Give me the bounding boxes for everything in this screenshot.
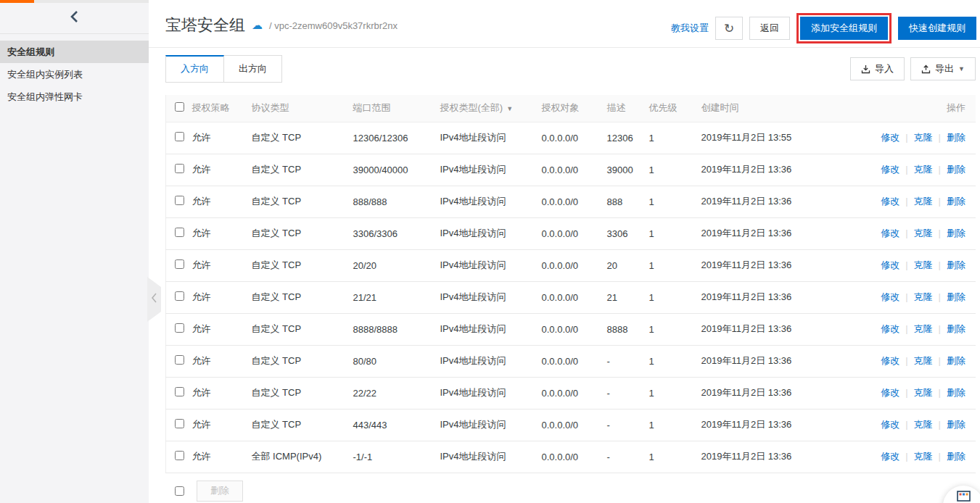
action-delete-link[interactable]: 删除 xyxy=(947,291,965,302)
action-separator: | xyxy=(939,451,941,462)
action-clone-link[interactable]: 克隆 xyxy=(914,291,933,302)
add-rule-button[interactable]: 添加安全组规则 xyxy=(800,17,888,40)
action-delete-link[interactable]: 删除 xyxy=(947,132,965,143)
action-modify-link[interactable]: 修改 xyxy=(881,291,899,302)
action-delete-link[interactable]: 删除 xyxy=(947,259,965,270)
table-row: 允许自定义 TCP22/22IPv4地址段访问0.0.0.0/0-12019年1… xyxy=(166,377,976,409)
table-row: 允许自定义 TCP80/80IPv4地址段访问0.0.0.0/0-12019年1… xyxy=(166,345,976,377)
cell-auth_object: 0.0.0.0/0 xyxy=(542,249,607,281)
refresh-icon: ↻ xyxy=(724,22,734,35)
action-clone-link[interactable]: 克隆 xyxy=(914,387,933,398)
action-delete-link[interactable]: 删除 xyxy=(947,387,965,398)
sidebar-item[interactable]: 安全组内弹性网卡 xyxy=(0,86,149,108)
cell-port_range: -1/-1 xyxy=(353,441,440,473)
action-clone-link[interactable]: 克隆 xyxy=(914,355,933,366)
rules-table-body: 允许自定义 TCP12306/12306IPv4地址段访问0.0.0.0/012… xyxy=(166,122,976,473)
cloud-icon: ☁ xyxy=(252,19,263,32)
import-button[interactable]: 导入 xyxy=(850,57,905,80)
select-all-checkbox[interactable] xyxy=(175,102,184,112)
row-checkbox[interactable] xyxy=(175,355,184,365)
action-clone-link[interactable]: 克隆 xyxy=(914,259,933,270)
sidebar-item[interactable]: 安全组规则 xyxy=(0,41,149,63)
action-modify-link[interactable]: 修改 xyxy=(881,132,899,143)
cell-priority: 1 xyxy=(649,122,701,154)
action-clone-link[interactable]: 克隆 xyxy=(914,164,933,175)
action-modify-link[interactable]: 修改 xyxy=(881,355,899,366)
sidebar-item[interactable]: 安全组内实例列表 xyxy=(0,63,149,86)
back-button[interactable]: 返回 xyxy=(749,17,790,40)
action-modify-link[interactable]: 修改 xyxy=(881,419,899,430)
action-separator: | xyxy=(939,387,941,398)
action-delete-link[interactable]: 删除 xyxy=(947,355,965,366)
cell-protocol: 自定义 TCP xyxy=(252,313,353,345)
action-clone-link[interactable]: 克隆 xyxy=(914,228,933,238)
cell-description: - xyxy=(607,441,649,473)
header-description: 描述 xyxy=(607,95,649,122)
tab-outbound[interactable]: 出方向 xyxy=(224,55,282,83)
action-delete-link[interactable]: 删除 xyxy=(947,196,965,207)
table-footer: 删除 xyxy=(165,481,976,502)
row-checkbox[interactable] xyxy=(175,228,184,237)
batch-delete-button[interactable]: 删除 xyxy=(197,481,243,502)
action-clone-link[interactable]: 克隆 xyxy=(914,323,933,334)
help-link[interactable]: 教我设置 xyxy=(671,22,709,35)
table-row: 允许自定义 TCP12306/12306IPv4地址段访问0.0.0.0/012… xyxy=(166,122,976,154)
action-clone-link[interactable]: 克隆 xyxy=(914,196,933,207)
export-button[interactable]: 导出 ▼ xyxy=(910,57,976,80)
action-separator: | xyxy=(939,164,941,175)
row-checkbox[interactable] xyxy=(175,323,184,333)
row-checkbox[interactable] xyxy=(175,196,184,205)
import-export-toolbar: 导入 导出 ▼ xyxy=(844,57,976,80)
refresh-button[interactable]: ↻ xyxy=(715,17,743,40)
cell-protocol: 自定义 TCP xyxy=(252,186,353,217)
action-modify-link[interactable]: 修改 xyxy=(881,228,899,238)
row-checkbox[interactable] xyxy=(175,451,184,460)
cell-port_range: 443/443 xyxy=(353,409,440,441)
cell-protocol: 自定义 TCP xyxy=(252,281,353,313)
cell-description: - xyxy=(607,377,649,409)
highlight-annotation: 添加安全组规则 xyxy=(796,13,892,43)
quick-create-button[interactable]: 快速创建规则 xyxy=(898,17,976,40)
cell-created: 2019年11月2日 13:36 xyxy=(701,409,876,441)
action-clone-link[interactable]: 克隆 xyxy=(914,419,933,430)
sidebar-collapse-button[interactable] xyxy=(0,3,149,34)
cell-priority: 1 xyxy=(649,186,701,217)
cell-protocol: 自定义 TCP xyxy=(252,217,353,249)
filter-caret-icon[interactable]: ▼ xyxy=(506,105,513,112)
footer-select-all-checkbox[interactable] xyxy=(175,486,184,496)
action-modify-link[interactable]: 修改 xyxy=(881,259,899,270)
action-modify-link[interactable]: 修改 xyxy=(881,164,899,175)
action-clone-link[interactable]: 克隆 xyxy=(914,451,933,462)
action-modify-link[interactable]: 修改 xyxy=(881,451,899,462)
row-checkbox[interactable] xyxy=(175,164,184,173)
cell-priority: 1 xyxy=(649,345,701,377)
cell-policy: 允许 xyxy=(192,122,252,154)
cell-description: 39000 xyxy=(607,154,649,186)
top-gray-strip xyxy=(34,0,149,3)
header-auth-type-filter[interactable]: 授权类型(全部)▼ xyxy=(440,95,542,122)
tab-inbound[interactable]: 入方向 xyxy=(165,55,224,83)
row-checkbox[interactable] xyxy=(175,387,184,396)
action-separator: | xyxy=(905,355,907,366)
action-modify-link[interactable]: 修改 xyxy=(881,323,899,334)
table-row: 允许自定义 TCP3306/3306IPv4地址段访问0.0.0.0/03306… xyxy=(166,217,976,249)
action-clone-link[interactable]: 克隆 xyxy=(914,132,933,143)
action-separator: | xyxy=(905,387,907,398)
row-checkbox[interactable] xyxy=(175,291,184,301)
action-delete-link[interactable]: 删除 xyxy=(947,164,965,175)
action-delete-link[interactable]: 删除 xyxy=(947,451,965,462)
action-delete-link[interactable]: 删除 xyxy=(947,323,965,334)
action-delete-link[interactable]: 删除 xyxy=(947,419,965,430)
cell-priority: 1 xyxy=(649,377,701,409)
action-separator: | xyxy=(905,291,907,302)
cell-description: 21 xyxy=(607,281,649,313)
action-delete-link[interactable]: 删除 xyxy=(947,228,965,238)
action-modify-link[interactable]: 修改 xyxy=(881,196,899,207)
cell-description: 12306 xyxy=(607,122,649,154)
row-checkbox[interactable] xyxy=(175,259,184,269)
cell-protocol: 自定义 TCP xyxy=(252,249,353,281)
row-checkbox[interactable] xyxy=(175,419,184,428)
action-separator: | xyxy=(905,164,907,175)
row-checkbox[interactable] xyxy=(175,132,184,141)
action-modify-link[interactable]: 修改 xyxy=(881,387,899,398)
